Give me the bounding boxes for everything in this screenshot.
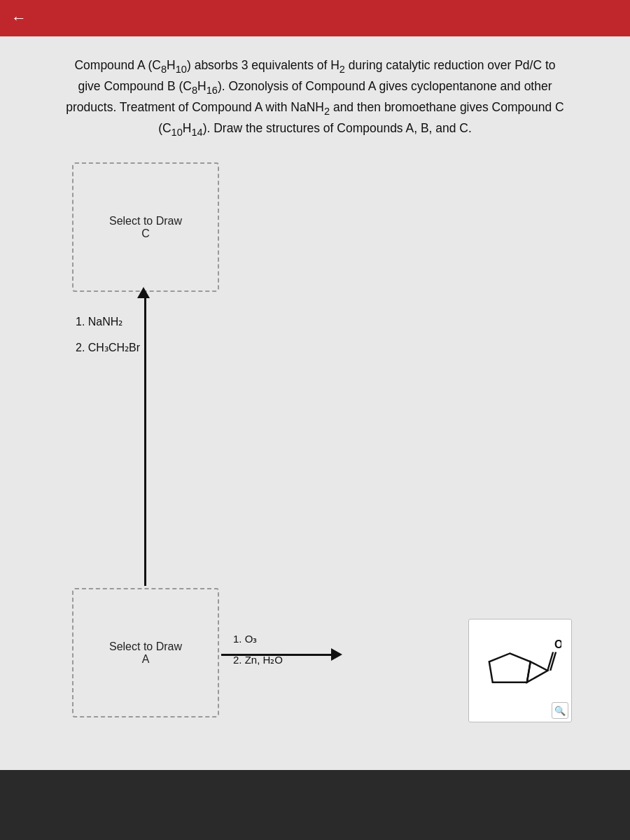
- compound-c-label: C: [141, 227, 150, 240]
- cyclopentanone-svg: O: [479, 633, 561, 708]
- top-bar: ←: [0, 0, 630, 36]
- diagram-area: Select to Draw C 1. NaNH₂ 2. CH₃CH₂Br Se…: [34, 162, 596, 756]
- svg-marker-1: [527, 662, 547, 682]
- reaction-step2-label: 2. CH₃CH₂Br: [76, 341, 140, 354]
- main-content: Compound A (C8H10) absorbs 3 equivalents…: [0, 36, 630, 770]
- draw-box-a[interactable]: Select to Draw A: [72, 588, 219, 718]
- problem-text: Compound A (C8H10) absorbs 3 equivalents…: [63, 56, 567, 140]
- select-to-draw-c-label: Select to Draw: [109, 215, 182, 227]
- select-to-draw-a-label: Select to Draw: [109, 640, 182, 653]
- compound-a-label: A: [142, 653, 150, 666]
- ozonolysis-step2-label: 2. Zn, H₂O: [233, 654, 283, 666]
- svg-text:O: O: [554, 638, 561, 650]
- arrow-head-up: [137, 287, 150, 298]
- structure-box: O 🔍: [468, 619, 572, 722]
- svg-marker-0: [489, 653, 531, 682]
- bottom-bar: [0, 770, 630, 840]
- ozonolysis-step1-label: 1. O₃: [233, 633, 257, 645]
- reaction-step1-label: 1. NaNH₂: [76, 315, 122, 328]
- back-button[interactable]: ←: [11, 9, 27, 27]
- arrow-head-right: [331, 648, 342, 661]
- vertical-reaction-arrow: [144, 293, 146, 586]
- draw-box-c[interactable]: Select to Draw C: [72, 162, 219, 292]
- magnify-symbol: 🔍: [554, 706, 566, 716]
- magnify-icon[interactable]: 🔍: [552, 702, 568, 719]
